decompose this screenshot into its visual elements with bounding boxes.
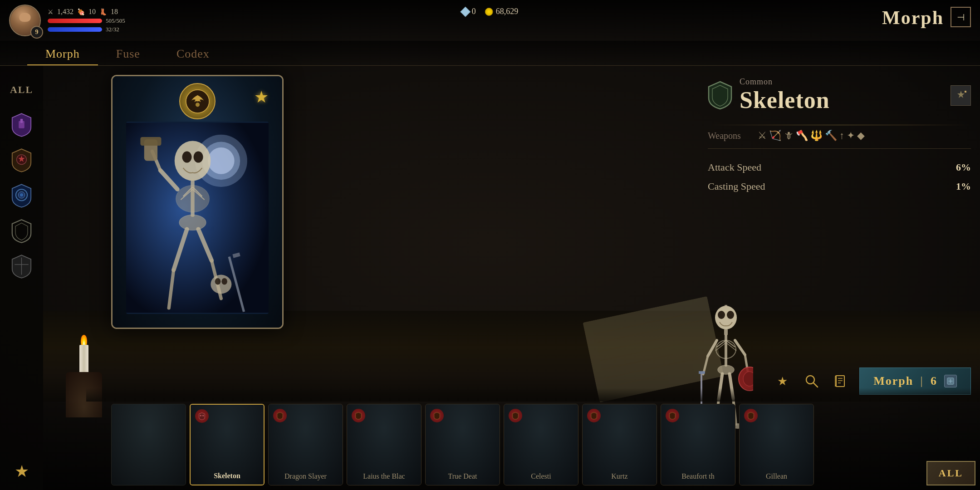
shield-purple-icon [10, 114, 33, 137]
celesti-icon [509, 409, 522, 422]
card-slot-dragon-slayer[interactable]: Dragon Slayer [268, 404, 343, 485]
svg-rect-50 [725, 335, 727, 367]
svg-rect-26 [140, 137, 161, 146]
casting-speed-value: 1% [956, 181, 971, 192]
hp-bar-container [48, 19, 102, 23]
svg-rect-74 [836, 376, 844, 387]
sidebar-all-label: ALL [10, 84, 33, 96]
sidebar-item-badge-blue[interactable] [7, 181, 36, 211]
diamond-currency: 0 [462, 7, 476, 16]
mp-bar-container [48, 27, 102, 32]
add-to-deck-button[interactable] [951, 85, 971, 106]
skeleton-card-icon [195, 409, 209, 423]
sidebar-star[interactable]: ★ [15, 462, 29, 481]
stat-boot-value: 18 [111, 8, 118, 16]
svg-point-15 [182, 151, 192, 162]
stat-line-attack-speed: Attack Speed 6% [708, 158, 971, 177]
svg-line-56 [708, 340, 717, 356]
svg-point-33 [215, 278, 221, 285]
player-level: 9 [30, 26, 43, 39]
card-slot-skeleton[interactable]: Skeleton [190, 404, 265, 485]
currency-area: 0 68,629 [462, 7, 519, 16]
card-slot-kurtz[interactable]: Kurtz [582, 404, 657, 485]
top-bar: 9 ⚔ 1,432 🍖 10 👢 18 505/505 32/32 [0, 0, 980, 41]
stats-section: Attack Speed 6% Casting Speed 1% [708, 158, 971, 196]
weapon-icon-dagger: 🗡 [784, 130, 794, 142]
morph-count: 6 [931, 374, 937, 388]
card-slot-beaufort[interactable]: Beaufort th [661, 404, 735, 485]
shield-gray-icon [10, 255, 33, 278]
mp-bar [48, 27, 102, 32]
right-panel: Common Skeleton Weapons ⚔ 🏹 🗡 🪓 🔱 🔨 [708, 70, 971, 196]
sidebar-item-shield-outline[interactable] [7, 216, 36, 246]
nav-tabs: Morph Fuse Codex [0, 41, 980, 66]
kurtz-icon [587, 409, 601, 422]
weapons-label: Weapons [708, 131, 753, 141]
sidebar-item-shield-gray[interactable] [7, 252, 36, 281]
kurtz-label: Kurtz [583, 470, 657, 483]
crest-red-icon [10, 149, 33, 172]
player-avatar-wrapper[interactable]: 9 [9, 5, 41, 36]
mp-text: 32/32 [106, 26, 119, 33]
stat-line-casting-speed: Casting Speed 1% [708, 177, 971, 196]
player-stats: ⚔ 1,432 🍖 10 👢 18 505/505 32/32 [48, 8, 125, 33]
weapon-icon-hammer: 🔨 [825, 130, 837, 142]
gold-amount: 68,629 [496, 7, 519, 16]
gillean-label: Gillean [740, 470, 813, 483]
svg-point-64 [718, 365, 734, 374]
tab-morph[interactable]: Morph [27, 43, 98, 65]
sidebar-item-all[interactable]: ALL [7, 75, 36, 104]
card-slot-true-death[interactable]: True Deat [425, 404, 500, 485]
logout-button[interactable]: ⊣ [951, 7, 971, 27]
svg-point-27 [179, 215, 206, 230]
gillean-icon [744, 409, 758, 422]
tab-fuse[interactable]: Fuse [98, 43, 158, 65]
main-card-skeleton[interactable]: ★ [111, 75, 284, 329]
beaufort-label: Beaufort th [661, 470, 735, 483]
svg-rect-49 [724, 329, 728, 335]
badge-blue-icon [10, 185, 33, 207]
bottom-card-row: Skeleton Dragon Slayer Laius the Blac [43, 399, 980, 490]
casting-speed-label: Casting Speed [708, 181, 765, 192]
sword-icon: ⚔ [48, 8, 54, 16]
empty-slot-bg [112, 404, 186, 485]
svg-point-9 [195, 103, 199, 107]
header-divider [708, 125, 971, 125]
coin-icon [485, 8, 493, 16]
dragon-slayer-icon [273, 409, 287, 422]
attack-speed-label: Attack Speed [708, 162, 761, 173]
card-emblem [179, 83, 216, 119]
candle-flame [81, 335, 87, 346]
weapon-icon-wand: ✦ [847, 130, 855, 142]
card-slot-laius[interactable]: Laius the Blac [347, 404, 421, 485]
svg-point-46 [718, 311, 725, 319]
sidebar-item-shield-purple[interactable] [7, 110, 36, 140]
sidebar-item-crest-red[interactable] [7, 146, 36, 175]
celesti-label: Celesti [504, 470, 578, 483]
gold-currency: 68,629 [485, 7, 519, 16]
boot-icon: 👢 [99, 8, 107, 16]
weapon-icons-row: ⚔ 🏹 🗡 🪓 🔱 🔨 ↑ ✦ ◆ [758, 130, 865, 142]
card-slot-celesti[interactable]: Celesti [504, 404, 578, 485]
weapon-icon-spear: ↑ [839, 130, 844, 142]
morph-card-icon [944, 375, 957, 387]
weapon-icon-axe: 🪓 [796, 130, 808, 142]
svg-rect-59 [699, 371, 705, 374]
tab-codex[interactable]: Codex [158, 43, 228, 65]
creature-rarity: Common [740, 77, 830, 87]
creature-name: Skeleton [740, 87, 830, 113]
card-slot-empty[interactable] [111, 404, 186, 485]
svg-rect-71 [965, 91, 966, 93]
svg-point-81 [200, 415, 202, 416]
weapons-section: Weapons ⚔ 🏹 🗡 🪓 🔱 🔨 ↑ ✦ ◆ [708, 130, 971, 149]
all-button-bottom-right[interactable]: ALL [926, 461, 975, 485]
attack-speed-value: 6% [956, 162, 971, 173]
svg-point-16 [194, 151, 203, 162]
diamond-icon [460, 6, 470, 17]
morph-separator: | [920, 374, 924, 388]
stat-row-hp: 505/505 [48, 17, 125, 24]
card-slot-gillean[interactable]: Gillean [739, 404, 814, 485]
card-art [126, 122, 269, 314]
left-sidebar: ALL [0, 66, 43, 490]
main-content: ★ [43, 66, 980, 490]
